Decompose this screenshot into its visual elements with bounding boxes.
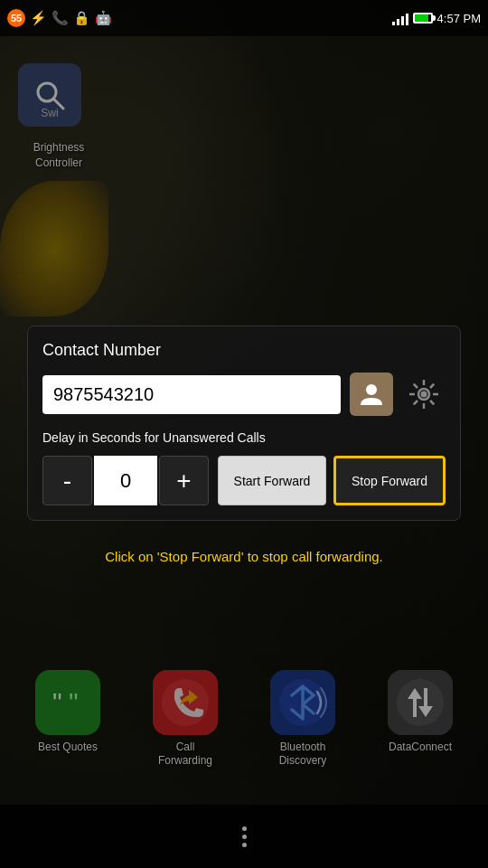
time-display: 4:57 PM bbox=[437, 12, 481, 25]
status-left: 55 ⚡ 📞 🔒 🤖 bbox=[7, 9, 112, 27]
delay-value-input[interactable] bbox=[94, 456, 157, 505]
signal-bar-1 bbox=[392, 22, 395, 25]
home-screen: Swi BrightnessController Contact Number bbox=[0, 36, 488, 868]
dialog-title: Contact Number bbox=[42, 341, 446, 360]
svg-point-12 bbox=[421, 392, 427, 398]
forward-buttons: Start Forward Stop Forward bbox=[218, 456, 446, 505]
settings-button[interactable] bbox=[402, 373, 446, 416]
delay-plus-button[interactable]: + bbox=[159, 456, 209, 505]
signal-bar-2 bbox=[397, 19, 399, 25]
signal-bar-4 bbox=[406, 14, 408, 25]
signal-bars bbox=[392, 11, 408, 25]
info-text: Click on 'Stop Forward' to stop call for… bbox=[27, 547, 461, 568]
battery-icon bbox=[413, 13, 433, 24]
phone-input-row bbox=[42, 373, 446, 416]
status-bar: 55 ⚡ 📞 🔒 🤖 4:57 PM bbox=[0, 0, 488, 36]
usb-icon: ⚡ bbox=[30, 10, 47, 26]
signal-bar-3 bbox=[401, 16, 404, 25]
notification-badge: 55 bbox=[7, 9, 25, 27]
svg-line-10 bbox=[430, 384, 434, 388]
contact-number-dialog: Contact Number bbox=[27, 326, 461, 521]
delay-label: Delay in Seconds for Unanswered Calls bbox=[42, 430, 446, 445]
contact-icon bbox=[357, 380, 386, 409]
status-right: 4:57 PM bbox=[392, 11, 481, 25]
svg-line-11 bbox=[414, 401, 418, 404]
contact-picker-button[interactable] bbox=[350, 373, 393, 416]
svg-line-8 bbox=[414, 384, 418, 388]
delay-minus-button[interactable]: - bbox=[42, 456, 92, 505]
gear-icon bbox=[406, 376, 442, 412]
phone-icon: 📞 bbox=[52, 10, 69, 26]
lock-icon: 🔒 bbox=[73, 10, 90, 26]
battery-fill bbox=[415, 14, 428, 22]
svg-point-2 bbox=[366, 384, 377, 395]
svg-line-9 bbox=[430, 401, 434, 404]
delay-row: - + Start Forward Stop Forward bbox=[42, 456, 446, 505]
android-icon: 🤖 bbox=[95, 10, 112, 26]
battery-body bbox=[413, 13, 433, 24]
stop-forward-button[interactable]: Stop Forward bbox=[333, 456, 446, 505]
start-forward-button[interactable]: Start Forward bbox=[218, 456, 326, 505]
phone-number-input[interactable] bbox=[42, 375, 341, 414]
